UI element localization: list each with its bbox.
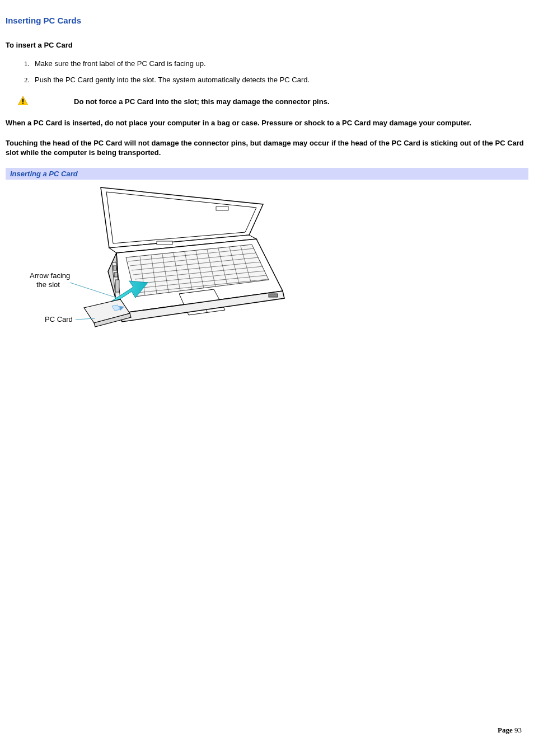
svg-rect-24 xyxy=(113,266,116,270)
figure-container: Arrow facing the slot PC Card xyxy=(6,180,528,330)
warning-icon xyxy=(6,96,74,107)
page-number: Page 93 xyxy=(498,726,522,735)
svg-rect-2 xyxy=(22,102,24,104)
svg-rect-27 xyxy=(269,294,278,297)
figure-label-arrow-line1: Arrow facing xyxy=(30,271,70,280)
svg-rect-1 xyxy=(22,99,24,102)
figure-label-arrow-line2: the slot xyxy=(36,280,60,289)
section-title: Inserting PC Cards xyxy=(6,16,528,25)
step-item: Push the PC Card gently into the slot. T… xyxy=(31,76,528,84)
warning-text: Do not force a PC Card into the slot; th… xyxy=(74,97,330,106)
svg-rect-3 xyxy=(157,241,172,245)
svg-line-28 xyxy=(70,283,116,298)
warning-block: Do not force a PC Card into the slot; th… xyxy=(6,96,528,107)
svg-rect-4 xyxy=(216,206,228,210)
figure-label-pccard: PC Card xyxy=(45,315,73,323)
page-number-value: 93 xyxy=(514,726,522,734)
svg-rect-26 xyxy=(115,280,119,292)
document-page: Inserting PC Cards To insert a PC Card M… xyxy=(0,0,534,330)
svg-rect-25 xyxy=(114,273,118,277)
page-number-label: Page xyxy=(498,726,513,734)
step-item: Make sure the front label of the PC Card… xyxy=(31,59,528,68)
laptop-pccard-illustration: Arrow facing the slot PC Card xyxy=(6,182,291,330)
caution-paragraph: When a PC Card is inserted, do not place… xyxy=(6,118,528,128)
caution-paragraph: Touching the head of the PC Card will no… xyxy=(6,138,528,158)
procedure-heading: To insert a PC Card xyxy=(6,41,528,49)
figure-caption-bar: Inserting a PC Card xyxy=(6,168,528,180)
procedure-steps: Make sure the front label of the PC Card… xyxy=(6,59,528,84)
